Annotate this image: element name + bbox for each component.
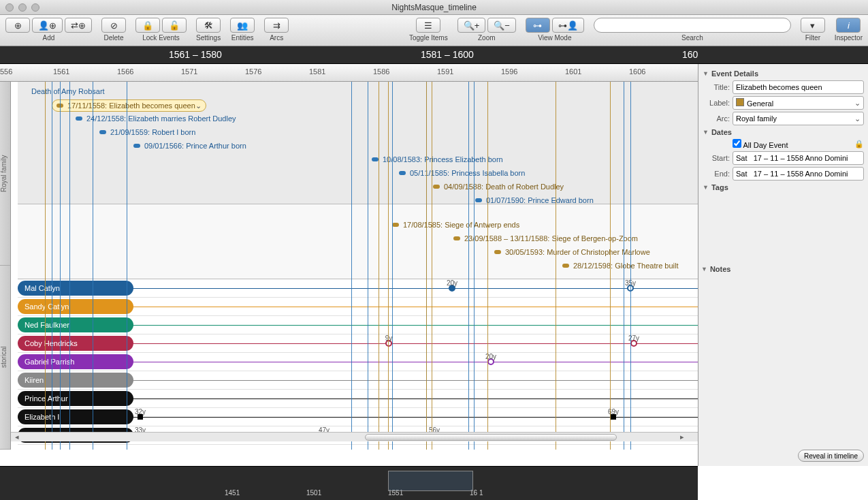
entity-pill[interactable]: Coby Hendricks bbox=[18, 336, 133, 351]
entity-pill[interactable]: Gabriel Parrish bbox=[18, 354, 133, 369]
event-label: 17/11/1558: Elizabeth becomes queen bbox=[67, 101, 195, 110]
toolbar-label-toggle: Toggle Items bbox=[409, 34, 448, 42]
overview-window[interactable] bbox=[388, 471, 473, 491]
gridline bbox=[487, 82, 488, 450]
title-label: Title: bbox=[703, 83, 730, 91]
timeline-event[interactable]: 17/08/1585: Siege of Antwerp ends bbox=[392, 219, 519, 230]
timeline-event[interactable]: 09/01/1566: Prince Arthur born bbox=[133, 140, 246, 151]
add-arc-button[interactable]: ⇄⊕ bbox=[65, 18, 92, 33]
toolbar-label-settings: Settings bbox=[196, 34, 221, 42]
end-label: End: bbox=[703, 170, 730, 178]
timeline-event[interactable]: 10/08/1583: Princess Elizabeth born bbox=[372, 154, 503, 165]
lock-button[interactable]: 🔒 bbox=[135, 18, 160, 33]
event-label: 28/12/1598: Globe Theatre built bbox=[573, 262, 679, 270]
gridline bbox=[52, 82, 52, 450]
year-tick: 556 bbox=[0, 67, 12, 76]
gridline bbox=[45, 82, 46, 450]
inspector-header-tags[interactable]: Tags bbox=[703, 183, 864, 191]
overview-strip[interactable]: 14511501155116 1 bbox=[0, 466, 698, 500]
event-label: 23/09/1588 – 13/11/1588: Siege of Bergen… bbox=[464, 234, 638, 243]
event-label: 04/09/1588: Death of Robert Dudley bbox=[444, 183, 564, 191]
toolbar-label-filter: Filter bbox=[805, 34, 820, 42]
gridline bbox=[60, 82, 61, 450]
inspector-button[interactable]: i bbox=[836, 18, 861, 33]
delete-button[interactable]: ⊘ bbox=[101, 18, 126, 33]
gridline bbox=[474, 82, 475, 450]
year-tick: 1561 bbox=[53, 67, 69, 76]
inspector-header-dates[interactable]: Dates bbox=[703, 128, 864, 136]
view-mode-timeline-button[interactable]: ⊶ bbox=[526, 18, 550, 33]
gridline bbox=[610, 82, 611, 450]
event-label: 21/09/1559: Robert I born bbox=[110, 128, 195, 136]
start-label: Start: bbox=[703, 154, 730, 162]
toggle-items-button[interactable]: ☰ bbox=[416, 18, 440, 33]
entities-button[interactable]: 👥 bbox=[230, 18, 255, 33]
label-select[interactable]: General bbox=[733, 96, 864, 110]
year-tick: 1586 bbox=[373, 67, 389, 76]
zoom-in-button[interactable]: 🔍+ bbox=[457, 18, 486, 33]
event-label: 05/11/1585: Princess Isabella born bbox=[410, 169, 525, 177]
arcs-button[interactable]: ⇉ bbox=[264, 18, 289, 33]
scroll-right-icon[interactable]: ▸ bbox=[677, 433, 687, 441]
timeline-event[interactable]: Death of Amy Robsart bbox=[31, 86, 105, 97]
timeline-event[interactable]: 24/12/1558: Elizabeth marries Robert Dud… bbox=[76, 113, 236, 124]
timeline-event[interactable]: 28/12/1598: Globe Theatre built bbox=[562, 260, 679, 271]
unlock-button[interactable]: 🔓 bbox=[162, 18, 187, 33]
horizontal-scrollbar[interactable]: ◂ ▸ bbox=[11, 432, 698, 441]
year-tick: 1581 bbox=[309, 67, 325, 76]
allday-checkbox[interactable] bbox=[733, 139, 741, 148]
view-mode-entity-button[interactable]: ⊶👤 bbox=[552, 18, 584, 33]
entity-pill[interactable]: Prince Arthur bbox=[18, 391, 133, 406]
toolbar: ⊕ 👤⊕ ⇄⊕ Add ⊘ Delete 🔒 🔓 Lock Events 🛠 S… bbox=[0, 15, 868, 46]
toolbar-label-zoom: Zoom bbox=[478, 34, 496, 42]
timeline-event[interactable]: 05/11/1585: Princess Isabella born bbox=[399, 168, 525, 178]
add-entity-button[interactable]: 👤⊕ bbox=[32, 18, 63, 33]
search-input[interactable] bbox=[594, 18, 791, 33]
arc-label: Arc: bbox=[703, 114, 730, 123]
start-field[interactable] bbox=[733, 151, 864, 165]
overview-tick: 1451 bbox=[225, 489, 240, 497]
decade-ruler: 1561 – 1580 1581 – 1600 160 bbox=[0, 46, 868, 64]
toolbar-label-add: Add bbox=[43, 34, 55, 42]
entity-pill[interactable]: Sandy Catlyn bbox=[18, 299, 133, 314]
arc-select[interactable]: Royal family bbox=[733, 112, 864, 125]
inspector-panel: Event Details Title: Label: General Arc:… bbox=[698, 64, 868, 466]
entity-pill[interactable]: Ned Faulkner bbox=[18, 317, 133, 332]
lock-icon[interactable]: 🔒 bbox=[854, 140, 864, 149]
timeline-event[interactable]: 21/09/1559: Robert I born bbox=[99, 127, 195, 138]
age-label: 32y bbox=[135, 408, 146, 416]
inspector-header-notes[interactable]: Notes bbox=[701, 265, 864, 273]
gridline bbox=[368, 82, 368, 450]
entity-pill[interactable]: Mal Catlyn bbox=[18, 281, 133, 296]
settings-button[interactable]: 🛠 bbox=[196, 18, 221, 33]
inspector-header-event[interactable]: Event Details bbox=[703, 69, 864, 78]
titlebar: NightsMasque_timeline bbox=[0, 0, 868, 15]
entity-pill[interactable]: Elizabeth I bbox=[18, 409, 133, 424]
timeline-event[interactable]: 04/09/1588: Death of Robert Dudley bbox=[433, 181, 564, 192]
end-field[interactable] bbox=[733, 167, 864, 181]
gridline bbox=[426, 82, 427, 450]
year-tick: 1591 bbox=[437, 67, 453, 76]
toolbar-label-inspector: Inspector bbox=[835, 34, 863, 42]
year-tick: 1606 bbox=[629, 67, 645, 76]
gridline bbox=[392, 82, 393, 450]
scroll-thumb[interactable] bbox=[365, 434, 617, 441]
filter-button[interactable]: ▾ bbox=[801, 18, 825, 33]
add-event-button[interactable]: ⊕ bbox=[5, 18, 30, 33]
entity-pill[interactable]: Kiiren bbox=[18, 373, 133, 388]
scroll-left-icon[interactable]: ◂ bbox=[12, 433, 22, 441]
gridline bbox=[379, 82, 379, 450]
window-title: NightsMasque_timeline bbox=[0, 3, 868, 12]
toolbar-label-arcs: Arcs bbox=[270, 34, 283, 42]
overview-tick: 1501 bbox=[306, 489, 321, 497]
toolbar-label-lock: Lock Events bbox=[142, 34, 179, 42]
event-label: 30/05/1593: Murder of Christopher Marlow… bbox=[505, 248, 650, 256]
track-label-royal: Royal family bbox=[0, 82, 10, 266]
gridline bbox=[388, 82, 389, 450]
title-field[interactable] bbox=[733, 80, 864, 94]
timeline-event[interactable]: 30/05/1593: Murder of Christopher Marlow… bbox=[494, 247, 650, 257]
gridline bbox=[351, 82, 352, 450]
zoom-out-button[interactable]: 🔍− bbox=[487, 18, 516, 33]
timeline-event[interactable]: 17/11/1558: Elizabeth becomes queen bbox=[52, 99, 206, 112]
reveal-button[interactable]: Reveal in timeline bbox=[798, 450, 864, 462]
